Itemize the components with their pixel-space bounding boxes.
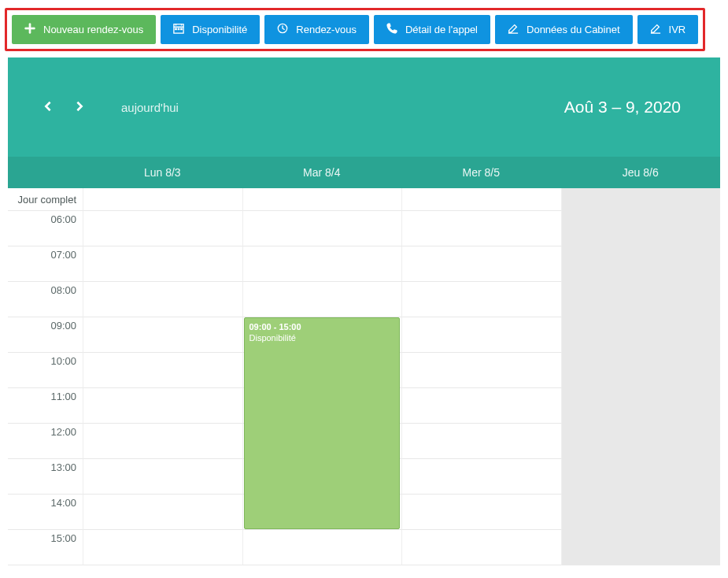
hour-label: 09:00 — [8, 317, 83, 353]
phone-icon — [386, 23, 397, 36]
svg-rect-3 — [181, 28, 183, 30]
action-toolbar: Nouveau rendez-vous Disponibilité Rendez… — [12, 15, 698, 44]
svg-rect-1 — [176, 28, 177, 30]
day-column[interactable] — [83, 188, 242, 565]
new-appointment-button[interactable]: Nouveau rendez-vous — [12, 15, 156, 44]
hour-slot[interactable] — [242, 282, 402, 317]
allday-slot[interactable] — [242, 188, 402, 211]
allday-slot — [561, 188, 721, 211]
hour-slot[interactable] — [83, 317, 242, 353]
hour-slot[interactable] — [242, 211, 402, 246]
today-button[interactable]: aujourd'hui — [121, 101, 179, 114]
hour-slot[interactable] — [83, 495, 242, 530]
day-header[interactable]: Jeu 8/6 — [561, 157, 721, 188]
allday-slot[interactable] — [83, 188, 242, 211]
hour-slot — [561, 353, 721, 388]
clock-icon — [277, 23, 288, 36]
hour-slot — [561, 530, 721, 565]
hour-slot — [561, 424, 721, 459]
hour-label: 10:00 — [8, 353, 83, 388]
cabinet-data-button[interactable]: Données du Cabinet — [495, 15, 633, 44]
hour-label: 11:00 — [8, 388, 83, 424]
hour-slot[interactable] — [401, 388, 561, 424]
date-range-label: Aoû 3 – 9, 2020 — [564, 98, 681, 117]
calendar-grid: Jour complet 06:0007:0008:0009:0010:0011… — [8, 188, 720, 565]
svg-rect-2 — [178, 28, 179, 30]
calendar-header: aujourd'hui Aoû 3 – 9, 2020 — [8, 57, 720, 157]
hour-label: 06:00 — [8, 211, 83, 246]
plus-icon — [24, 23, 35, 36]
calendar-nav: aujourd'hui — [39, 98, 179, 117]
day-columns: 09:00 - 15:00Disponibilité — [83, 188, 720, 565]
hour-slot[interactable] — [401, 282, 561, 317]
hour-slot — [561, 246, 721, 282]
day-header[interactable]: Lun 8/3 — [83, 157, 242, 188]
edit-icon — [650, 23, 661, 36]
day-header[interactable]: Mar 8/4 — [242, 157, 402, 188]
availability-button[interactable]: Disponibilité — [161, 15, 260, 44]
day-header[interactable]: Mer 8/5 — [401, 157, 561, 188]
hour-label: 08:00 — [8, 282, 83, 317]
time-gutter: Jour complet 06:0007:0008:0009:0010:0011… — [8, 188, 83, 565]
event-time-label: 09:00 - 15:00 — [249, 321, 395, 332]
calendar-container: aujourd'hui Aoû 3 – 9, 2020 Lun 8/3Mar 8… — [8, 57, 720, 565]
edit-icon — [508, 23, 519, 36]
toolbar-highlight-box: Nouveau rendez-vous Disponibilité Rendez… — [5, 8, 705, 51]
hour-slot[interactable] — [401, 353, 561, 388]
next-week-button[interactable] — [71, 98, 88, 117]
hour-label: 13:00 — [8, 459, 83, 495]
call-detail-button[interactable]: Détail de l'appel — [374, 15, 490, 44]
hour-slot[interactable] — [83, 388, 242, 424]
day-column[interactable]: 09:00 - 15:00Disponibilité — [242, 188, 402, 565]
hour-label: 12:00 — [8, 424, 83, 459]
hour-label: 15:00 — [8, 530, 83, 565]
cabinet-data-label: Données du Cabinet — [527, 24, 620, 35]
hour-slot[interactable] — [401, 495, 561, 530]
hour-slot[interactable] — [83, 353, 242, 388]
hour-slot[interactable] — [83, 246, 242, 282]
day-header-row: Lun 8/3Mar 8/4Mer 8/5Jeu 8/6 — [8, 157, 720, 188]
hour-label: 07:00 — [8, 246, 83, 282]
day-column[interactable] — [401, 188, 561, 565]
hour-slot[interactable] — [401, 317, 561, 353]
ivr-label: IVR — [669, 24, 686, 35]
event-title: Disponibilité — [249, 332, 395, 343]
day-column — [561, 188, 721, 565]
new-appointment-label: Nouveau rendez-vous — [43, 24, 143, 35]
hour-slot[interactable] — [401, 459, 561, 495]
hour-slot[interactable] — [401, 424, 561, 459]
hour-slot — [561, 211, 721, 246]
hour-slot — [561, 495, 721, 530]
hour-slot[interactable] — [83, 282, 242, 317]
hour-slot — [561, 388, 721, 424]
hour-slot[interactable] — [242, 246, 402, 282]
availability-event[interactable]: 09:00 - 15:00Disponibilité — [244, 317, 401, 529]
allday-label: Jour complet — [8, 188, 83, 211]
call-detail-label: Détail de l'appel — [405, 24, 478, 35]
ivr-button[interactable]: IVR — [637, 15, 699, 44]
hour-slot[interactable] — [83, 530, 242, 565]
availability-label: Disponibilité — [192, 24, 247, 35]
time-gutter-header — [8, 157, 83, 188]
hour-slot[interactable] — [242, 530, 402, 565]
allday-slot[interactable] — [401, 188, 561, 211]
hour-slot — [561, 317, 721, 353]
calendar-icon — [173, 23, 184, 36]
hour-slot[interactable] — [401, 211, 561, 246]
hour-slot[interactable] — [83, 424, 242, 459]
hour-slot[interactable] — [401, 530, 561, 565]
hour-label: 14:00 — [8, 495, 83, 530]
hour-slot[interactable] — [83, 211, 242, 246]
hour-slot[interactable] — [401, 246, 561, 282]
appointments-button[interactable]: Rendez-vous — [264, 15, 369, 44]
appointments-label: Rendez-vous — [296, 24, 357, 35]
prev-week-button[interactable] — [39, 98, 57, 117]
hour-slot — [561, 282, 721, 317]
hour-slot[interactable] — [83, 459, 242, 495]
hour-slot — [561, 459, 721, 495]
